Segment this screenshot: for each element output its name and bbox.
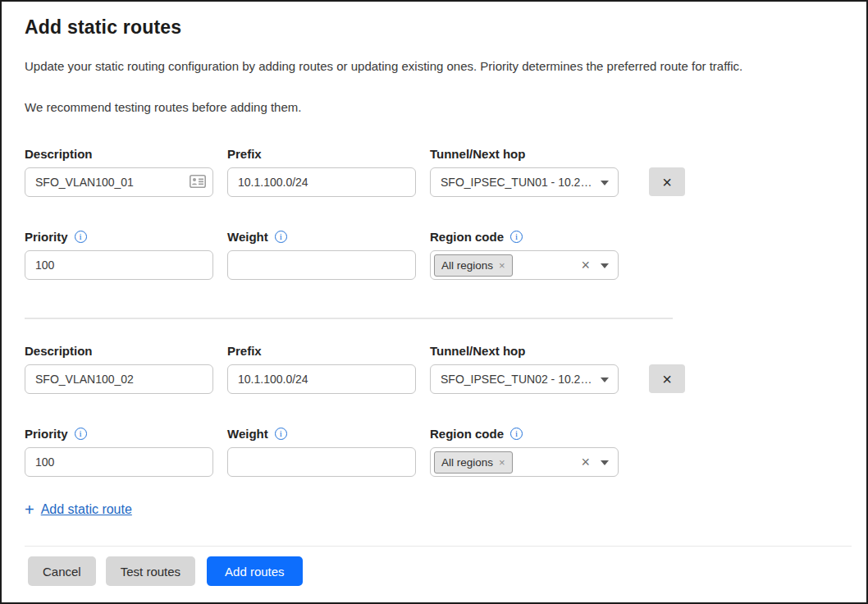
description-field-group: Description <box>25 145 213 197</box>
tunnel-selected-value: SFO_IPSEC_TUN02 - 10.25... <box>441 373 595 386</box>
weight-field-group: Weight i <box>227 425 416 477</box>
tunnel-select[interactable]: SFO_IPSEC_TUN01 - 10.25... <box>430 167 619 197</box>
priority-field-group: Priority i <box>25 425 213 477</box>
chevron-down-icon <box>601 378 609 382</box>
remove-route-button[interactable]: × <box>649 167 685 196</box>
footer-divider <box>25 546 852 547</box>
route-section-2: Description Prefix Tunnel/Next hop SFO_I… <box>25 342 848 477</box>
footer-actions: Cancel Test routes Add routes <box>25 556 848 586</box>
region-tag-chip: All regions × <box>434 451 513 474</box>
intro-text-2: We recommend testing routes before addin… <box>25 99 848 116</box>
prefix-field-group: Prefix <box>227 145 416 197</box>
tunnel-field-group: Tunnel/Next hop SFO_IPSEC_TUN02 - 10.25.… <box>430 342 619 394</box>
close-icon: × <box>662 371 672 387</box>
priority-label: Priority <box>25 427 68 441</box>
prefix-field-group: Prefix <box>227 342 416 394</box>
weight-label: Weight <box>227 230 268 244</box>
add-static-route-row: + Add static route <box>25 501 848 518</box>
cancel-button[interactable]: Cancel <box>28 556 96 586</box>
chip-remove-icon[interactable]: × <box>499 457 505 468</box>
region-multiselect[interactable]: All regions × × <box>430 250 619 280</box>
tunnel-label: Tunnel/Next hop <box>430 145 619 162</box>
route-2-row-2: Priority i Weight i Region code i <box>25 425 848 477</box>
remove-route-button[interactable]: × <box>649 364 685 393</box>
chevron-down-icon <box>601 263 609 268</box>
info-icon[interactable]: i <box>510 428 523 440</box>
region-tag-label: All regions <box>441 456 493 469</box>
weight-input[interactable] <box>227 250 416 280</box>
info-icon[interactable]: i <box>75 428 87 440</box>
info-icon[interactable]: i <box>75 231 87 243</box>
route-section-1: Description Prefix <box>25 145 848 280</box>
region-field-group: Region code i All regions × × <box>430 228 619 280</box>
add-static-routes-dialog: Add static routes Update your static rou… <box>0 0 868 604</box>
clear-selection-icon[interactable]: × <box>581 258 590 272</box>
description-label: Description <box>25 145 213 162</box>
route-1-row-2: Priority i Weight i Region code i <box>25 228 848 280</box>
description-input[interactable] <box>25 167 213 197</box>
prefix-label: Prefix <box>227 342 416 359</box>
region-field-group: Region code i All regions × × <box>430 425 619 477</box>
weight-field-group: Weight i <box>227 228 416 280</box>
page-title: Add static routes <box>25 16 848 39</box>
prefix-input[interactable] <box>227 167 416 197</box>
region-multiselect[interactable]: All regions × × <box>430 447 619 477</box>
info-icon[interactable]: i <box>275 231 287 243</box>
tunnel-field-group: Tunnel/Next hop SFO_IPSEC_TUN01 - 10.25.… <box>430 145 619 197</box>
prefix-label: Prefix <box>227 145 416 162</box>
chevron-down-icon <box>601 460 609 465</box>
region-tag-chip: All regions × <box>434 254 513 277</box>
chevron-down-icon <box>601 181 609 185</box>
description-label: Description <box>25 342 213 359</box>
add-static-route-link[interactable]: Add static route <box>41 502 132 517</box>
description-field-group: Description <box>25 342 213 394</box>
clear-selection-icon[interactable]: × <box>581 455 590 469</box>
routes-form: Description Prefix <box>25 145 848 518</box>
weight-label: Weight <box>227 427 268 441</box>
section-divider <box>25 318 673 319</box>
region-tag-label: All regions <box>441 259 493 272</box>
plus-icon: + <box>25 501 34 518</box>
prefix-input[interactable] <box>227 364 416 394</box>
priority-input[interactable] <box>25 250 213 280</box>
contact-card-icon <box>190 175 206 188</box>
route-1-row-1: Description Prefix <box>25 145 848 197</box>
test-routes-button[interactable]: Test routes <box>106 556 195 586</box>
info-icon[interactable]: i <box>510 231 523 243</box>
chip-remove-icon[interactable]: × <box>499 260 505 271</box>
tunnel-label: Tunnel/Next hop <box>430 342 619 359</box>
priority-field-group: Priority i <box>25 228 213 280</box>
route-2-row-1: Description Prefix Tunnel/Next hop SFO_I… <box>25 342 848 394</box>
tunnel-selected-value: SFO_IPSEC_TUN01 - 10.25... <box>441 176 595 189</box>
description-input[interactable] <box>25 364 213 394</box>
info-icon[interactable]: i <box>275 428 287 440</box>
priority-input[interactable] <box>25 447 213 477</box>
intro-text-1: Update your static routing configuration… <box>25 58 848 75</box>
tunnel-select[interactable]: SFO_IPSEC_TUN02 - 10.25... <box>430 364 619 394</box>
add-routes-button[interactable]: Add routes <box>207 556 303 586</box>
region-label: Region code <box>430 427 504 441</box>
close-icon: × <box>662 174 672 190</box>
region-label: Region code <box>430 230 504 244</box>
weight-input[interactable] <box>227 447 416 477</box>
priority-label: Priority <box>25 230 68 244</box>
